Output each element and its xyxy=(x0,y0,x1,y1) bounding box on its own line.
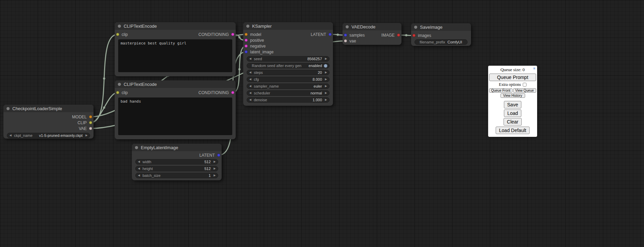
image-output-dot[interactable] xyxy=(397,34,400,37)
settings-gear-icon[interactable]: ✳ xyxy=(533,66,536,71)
increment-arrow-icon[interactable]: ▶ xyxy=(212,159,217,164)
node-save-image[interactable]: SaveImage images filename_prefix ComfyUI xyxy=(411,23,471,46)
collapse-dot-icon[interactable] xyxy=(118,83,121,86)
view-history-button[interactable]: View History xyxy=(500,93,525,98)
node-title-bar[interactable]: EmptyLatentImage xyxy=(132,144,222,151)
decrement-arrow-icon[interactable]: ◀ xyxy=(137,173,141,178)
save-button[interactable]: Save xyxy=(504,101,522,108)
model-output-dot[interactable] xyxy=(89,115,92,118)
node-title-bar[interactable]: CLIPTextEncode xyxy=(115,80,236,88)
view-queue-button[interactable]: View Queue xyxy=(513,88,536,93)
output-slot-vae: VAE xyxy=(3,126,94,131)
node-clip-text-encode-negative[interactable]: CLIPTextEncode clip CONDITIONING bad han… xyxy=(115,80,236,139)
slot-label: latent_image xyxy=(250,50,274,54)
queue-front-button[interactable]: Queue Front xyxy=(489,88,512,93)
node-title-bar[interactable]: CheckpointLoaderSimple xyxy=(3,105,94,112)
samples-input-dot[interactable] xyxy=(344,34,347,37)
node-title: EmptyLatentImage xyxy=(141,145,178,150)
increment-arrow-icon[interactable]: ▶ xyxy=(324,70,328,75)
positive-prompt-textarea[interactable]: masterpiece best quality girl xyxy=(118,39,232,72)
random-seed-toggle-widget[interactable]: Random seed after every gen enabled xyxy=(247,63,330,68)
sampler-name-widget[interactable]: ◀ sampler_name euler ▶ xyxy=(247,83,330,89)
extra-options-checkbox[interactable] xyxy=(523,83,527,87)
latent-output-dot[interactable] xyxy=(217,154,220,157)
decrement-arrow-icon[interactable]: ◀ xyxy=(248,77,252,82)
width-widget[interactable]: ◀ width 512 ▶ xyxy=(135,159,218,165)
node-title: CLIPTextEncode xyxy=(124,82,157,87)
clip-input-dot[interactable] xyxy=(116,91,119,94)
slot-label: positive xyxy=(250,38,264,43)
clip-input-dot[interactable] xyxy=(116,33,119,36)
vae-input-dot[interactable] xyxy=(344,39,347,42)
next-arrow-icon[interactable]: ▶ xyxy=(84,133,89,138)
batch-size-widget[interactable]: ◀ batch_size 1 ▶ xyxy=(135,173,218,178)
decrement-arrow-icon[interactable]: ◀ xyxy=(248,70,252,75)
filename-prefix-widget[interactable]: filename_prefix ComfyUI xyxy=(414,39,468,45)
vae-output-dot[interactable] xyxy=(89,127,92,130)
decrement-arrow-icon[interactable]: ◀ xyxy=(137,166,141,171)
node-empty-latent-image[interactable]: EmptyLatentImage LATENT ◀ width 512 ▶ ◀ … xyxy=(132,144,222,180)
steps-widget[interactable]: ◀ steps 20 ▶ xyxy=(247,70,330,75)
prev-arrow-icon[interactable]: ◀ xyxy=(248,84,252,89)
positive-input-dot[interactable] xyxy=(245,39,248,42)
slot-label: CONDITIONING xyxy=(198,90,229,95)
increment-arrow-icon[interactable]: ▶ xyxy=(324,77,328,82)
negative-input-dot[interactable] xyxy=(245,44,248,48)
toggle-knob-icon[interactable] xyxy=(324,64,327,68)
collapse-dot-icon[interactable] xyxy=(346,25,349,28)
decrement-arrow-icon[interactable]: ◀ xyxy=(248,98,252,102)
slot-label: MODEL xyxy=(72,115,87,119)
slot-label: images xyxy=(418,33,431,38)
scheduler-widget[interactable]: ◀ scheduler normal ▶ xyxy=(247,90,330,96)
node-title: CheckpointLoaderSimple xyxy=(12,106,62,111)
node-graph-canvas[interactable]: CheckpointLoaderSimple MODEL CLIP VAE xyxy=(0,0,644,247)
next-arrow-icon[interactable]: ▶ xyxy=(324,84,328,89)
next-arrow-icon[interactable]: ▶ xyxy=(324,91,328,95)
increment-arrow-icon[interactable]: ▶ xyxy=(324,56,328,61)
collapse-dot-icon[interactable] xyxy=(246,25,249,28)
conditioning-output-dot[interactable] xyxy=(231,91,234,94)
cfg-widget[interactable]: ◀ cfg 8.000 ▶ xyxy=(247,77,330,82)
node-title-bar[interactable]: SaveImage xyxy=(411,23,471,31)
prev-arrow-icon[interactable]: ◀ xyxy=(248,91,252,95)
increment-arrow-icon[interactable]: ▶ xyxy=(212,173,217,178)
slot-label: clip xyxy=(122,32,128,37)
output-slot-latent: LATENT xyxy=(132,152,222,158)
load-button[interactable]: Load xyxy=(504,109,521,117)
ckpt-name-widget[interactable]: ◀ ckpt_name v1-5-pruned-emaonly.ckpt ▶ xyxy=(7,133,90,138)
increment-arrow-icon[interactable]: ▶ xyxy=(212,166,217,171)
height-widget[interactable]: ◀ height 512 ▶ xyxy=(135,166,218,171)
node-title-bar[interactable]: KSampler xyxy=(243,22,333,30)
prev-arrow-icon[interactable]: ◀ xyxy=(8,133,13,138)
node-title: SaveImage xyxy=(420,25,443,30)
collapse-dot-icon[interactable] xyxy=(414,26,417,29)
extra-options-label: Extra options xyxy=(499,82,521,87)
slot-label: model xyxy=(250,32,261,37)
node-title-bar[interactable]: CLIPTextEncode xyxy=(115,22,236,30)
clip-output-dot[interactable] xyxy=(89,121,92,124)
negative-prompt-textarea[interactable]: bad hands xyxy=(118,98,232,135)
seed-widget[interactable]: ◀ seed 8566257 ▶ xyxy=(247,56,330,62)
collapse-dot-icon[interactable] xyxy=(7,107,10,110)
latent-output-dot[interactable] xyxy=(329,33,332,36)
conditioning-output-dot[interactable] xyxy=(231,33,234,36)
decrement-arrow-icon[interactable]: ◀ xyxy=(248,56,252,61)
node-checkpoint-loader-simple[interactable]: CheckpointLoaderSimple MODEL CLIP VAE xyxy=(3,105,94,139)
load-default-button[interactable]: Load Default xyxy=(496,127,530,134)
slot-label: IMAGE xyxy=(381,33,395,38)
collapse-dot-icon[interactable] xyxy=(135,146,138,149)
input-slot-images: images xyxy=(411,32,471,38)
latent-image-input-dot[interactable] xyxy=(245,50,248,53)
node-clip-text-encode-positive[interactable]: CLIPTextEncode clip CONDITIONING masterp… xyxy=(115,22,236,76)
node-ksampler[interactable]: KSampler model LATENT positive negative xyxy=(243,22,333,106)
model-input-dot[interactable] xyxy=(245,33,248,36)
decrement-arrow-icon[interactable]: ◀ xyxy=(137,159,141,164)
denoise-widget[interactable]: ◀ denoise 1.000 ▶ xyxy=(247,97,330,103)
queue-prompt-button[interactable]: Queue Prompt xyxy=(489,74,536,81)
images-input-dot[interactable] xyxy=(412,34,416,37)
node-title-bar[interactable]: VAEDecode xyxy=(343,23,401,30)
clear-button[interactable]: Clear xyxy=(504,118,522,126)
node-vae-decode[interactable]: VAEDecode samples IMAGE vae xyxy=(343,23,401,45)
collapse-dot-icon[interactable] xyxy=(118,25,121,28)
increment-arrow-icon[interactable]: ▶ xyxy=(324,98,328,102)
